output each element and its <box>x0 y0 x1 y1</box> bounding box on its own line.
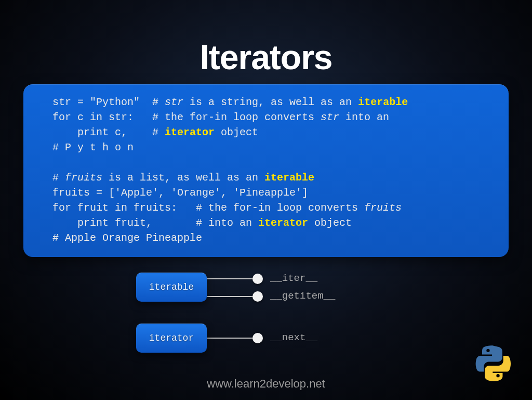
connector-line <box>207 296 254 297</box>
code-block: str = "Python" # str is a string, as wel… <box>23 84 509 257</box>
footer-url: www.learn2develop.net <box>0 377 532 391</box>
method-label-iter: __iter__ <box>270 273 317 284</box>
connector-line <box>207 338 254 339</box>
node-iterable: iterable <box>136 273 207 302</box>
node-iterator: iterator <box>136 324 207 353</box>
python-logo-icon <box>475 345 511 381</box>
diagram: iterable iterator __iter__ __getitem__ _… <box>136 272 396 360</box>
slide-title: Iterators <box>0 0 532 77</box>
connector-line <box>207 278 254 279</box>
endpoint-dot <box>252 333 263 343</box>
endpoint-dot <box>252 274 263 284</box>
endpoint-dot <box>252 291 263 302</box>
code-content: str = "Python" # str is a string, as wel… <box>52 95 494 246</box>
method-label-getitem: __getitem__ <box>270 290 335 302</box>
method-label-next: __next__ <box>270 332 317 343</box>
